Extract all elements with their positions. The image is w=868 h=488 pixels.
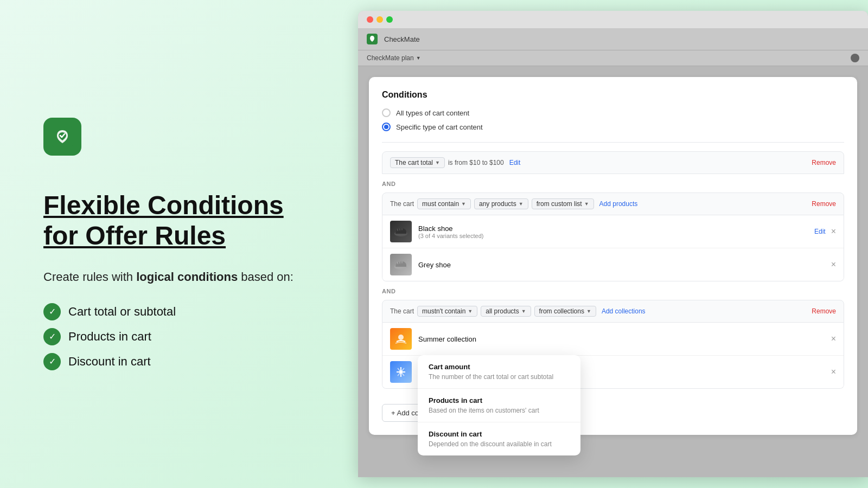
check-icon: ✓ <box>43 353 61 370</box>
summer-collection-thumbnail <box>390 328 412 350</box>
app-name: CheckMate <box>384 35 420 43</box>
left-panel: Flexible Conditions for Offer Rules Crea… <box>0 0 358 488</box>
settings-dot[interactable] <box>851 54 859 62</box>
feature-list: ✓ Cart total or subtotal ✓ Products in c… <box>43 303 315 370</box>
any-products-tag[interactable]: any products <box>474 198 528 209</box>
remove-condition-2-btn[interactable]: Remove <box>812 200 836 208</box>
check-icon: ✓ <box>43 328 61 345</box>
grey-shoe-thumbnail <box>390 254 412 275</box>
cart-label-2: The cart <box>390 200 414 208</box>
dropdown-cart-amount-desc: The number of the cart total or cart sub… <box>429 373 570 381</box>
black-shoe-thumbnail <box>390 221 412 242</box>
collection-row-summer: Summer collection × <box>382 323 844 356</box>
svg-point-3 <box>398 335 404 340</box>
product-name-black-shoe: Black shoe <box>418 224 808 233</box>
add-products-link[interactable]: Add products <box>599 200 638 208</box>
from-collections-tag[interactable]: from collections <box>534 306 596 317</box>
from-custom-list-tag[interactable]: from custom list <box>532 198 594 209</box>
dropdown-discount-in-cart[interactable]: Discount in cart Depended on the discoun… <box>418 422 580 455</box>
sub-text: Create rules with logical conditions bas… <box>43 268 315 286</box>
conditions-title: Conditions <box>382 90 844 100</box>
add-collections-link[interactable]: Add collections <box>602 307 646 315</box>
cart-label-3: The cart <box>390 307 414 315</box>
condition-range-text: is from $10 to $100 <box>448 159 504 166</box>
add-condition-dropdown: Cart amount The number of the cart total… <box>418 355 580 455</box>
list-item: ✓ Products in cart <box>43 328 315 345</box>
condition-header-1: The cart total is from $10 to $100 Edit … <box>382 151 844 174</box>
product-row-grey-shoe: Grey shoe × <box>382 248 844 281</box>
collection-actions-summer: × <box>831 335 836 343</box>
cart-total-tag[interactable]: The cart total <box>390 157 445 168</box>
winter-collection-thumbnail <box>390 361 412 383</box>
product-list-2: Black shoe (3 of 4 variants selected) Ed… <box>382 215 844 281</box>
remove-black-shoe-btn[interactable]: × <box>831 227 836 236</box>
dropdown-products-title: Products in cart <box>429 396 570 404</box>
condition-header-2: The cart must contain any products from … <box>382 192 844 215</box>
product-name-grey-shoe: Grey shoe <box>418 261 825 269</box>
remove-condition-1-btn[interactable]: Remove <box>812 159 836 166</box>
app-logo <box>43 118 81 156</box>
product-row-black-shoe: Black shoe (3 of 4 variants selected) Ed… <box>382 215 844 248</box>
svg-point-4 <box>399 370 403 374</box>
app-header: CheckMate <box>358 28 868 50</box>
nav-plan-link[interactable]: CheckMate plan <box>367 54 421 62</box>
product-actions-black-shoe: Edit × <box>814 227 836 236</box>
radio-all-types[interactable]: All types of cart content <box>382 108 844 117</box>
browser-titlebar <box>358 11 868 28</box>
radio-group: All types of cart content Specific type … <box>382 108 844 131</box>
list-item: ✓ Cart total or subtotal <box>43 303 315 320</box>
condition-header-3: The cart mustn't contain all products fr… <box>382 300 844 323</box>
dropdown-cart-amount[interactable]: Cart amount The number of the cart total… <box>418 355 580 389</box>
collection-actions-winter: × <box>831 368 836 376</box>
heading-underlined: Flexible Conditions <box>43 191 284 220</box>
must-contain-tag[interactable]: must contain <box>417 198 471 209</box>
traffic-lights <box>367 16 393 23</box>
dropdown-products-desc: Based on the items on customers' cart <box>429 407 570 414</box>
remove-winter-collection-btn[interactable]: × <box>831 368 836 376</box>
and-label-2: AND <box>382 288 844 294</box>
collection-name-summer: Summer collection <box>418 335 825 343</box>
dropdown-discount-title: Discount in cart <box>429 430 570 438</box>
product-actions-grey-shoe: × <box>831 260 836 269</box>
radio-circle-specific <box>382 123 391 131</box>
main-heading: Flexible Conditions for Offer Rules <box>43 190 315 250</box>
close-traffic-light[interactable] <box>367 16 373 23</box>
dropdown-cart-amount-title: Cart amount <box>429 363 570 371</box>
mustnt-contain-tag[interactable]: mustn't contain <box>417 306 477 317</box>
check-icon: ✓ <box>43 303 61 320</box>
list-item: ✓ Discount in cart <box>43 353 315 370</box>
all-products-tag[interactable]: all products <box>481 306 531 317</box>
radio-circle-all <box>382 108 391 117</box>
product-variants-black-shoe: (3 of 4 variants selected) <box>418 233 808 239</box>
condition-cart-total: The cart total is from $10 to $100 Edit … <box>382 151 844 174</box>
divider <box>382 142 844 143</box>
maximize-traffic-light[interactable] <box>386 16 393 23</box>
radio-specific-type[interactable]: Specific type of cart content <box>382 123 844 131</box>
minimize-traffic-light[interactable] <box>376 16 383 23</box>
and-label-1: AND <box>382 181 844 187</box>
dropdown-discount-desc: Depended on the discount available in ca… <box>429 440 570 448</box>
app-logo-small <box>367 34 378 44</box>
edit-black-shoe-link[interactable]: Edit <box>814 228 826 235</box>
remove-grey-shoe-btn[interactable]: × <box>831 260 836 269</box>
edit-cart-total-link[interactable]: Edit <box>509 159 521 166</box>
collection-info-summer: Summer collection <box>418 335 825 343</box>
dropdown-products-in-cart[interactable]: Products in cart Based on the items on c… <box>418 389 580 422</box>
nav-bar: CheckMate plan <box>358 50 868 66</box>
condition-must-contain: The cart must contain any products from … <box>382 192 844 281</box>
remove-summer-collection-btn[interactable]: × <box>831 335 836 343</box>
right-panel: CheckMate CheckMate plan Conditions All … <box>358 0 868 488</box>
remove-condition-3-btn[interactable]: Remove <box>812 307 836 315</box>
product-info-grey-shoe: Grey shoe <box>418 261 825 269</box>
product-info-black-shoe: Black shoe (3 of 4 variants selected) <box>418 224 808 239</box>
